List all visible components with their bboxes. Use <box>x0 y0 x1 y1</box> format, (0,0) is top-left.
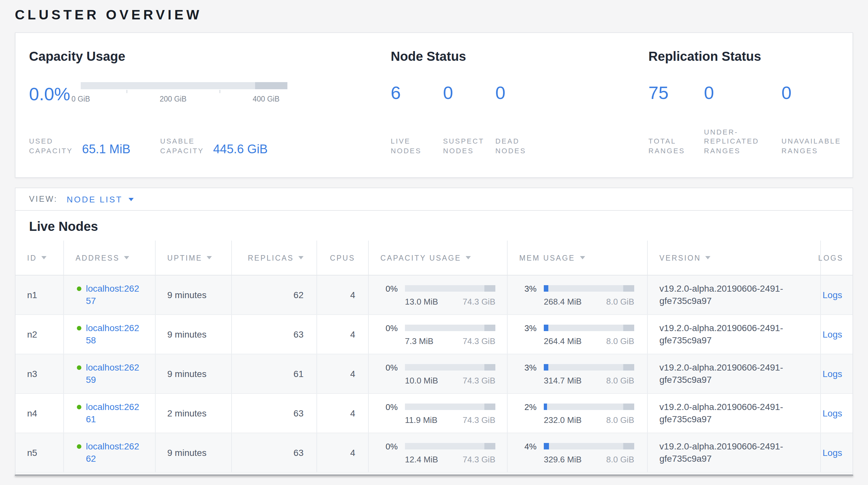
memory-meter-fill <box>544 403 547 410</box>
usable-capacity-value: 445.6 GiB <box>213 143 268 155</box>
sort-caret-icon <box>706 256 711 259</box>
memory-meter-reserved <box>623 285 634 292</box>
capacity-usage-meter: 0% 7.3 MiB 74.3 GiB <box>385 323 495 346</box>
logs-link[interactable]: Logs <box>823 369 842 379</box>
usable-capacity-stat: USABLE CAPACITY 445.6 GiB <box>160 137 268 155</box>
memory-usage-meter: 3% 268.4 MiB 8.0 GiB <box>524 284 634 306</box>
column-header-version[interactable]: VERSION <box>648 240 821 275</box>
table-row: n2 localhost:26258 9 minutes 63 4 0% 7.3 <box>16 315 852 354</box>
node-id-cell: n4 <box>16 394 64 433</box>
node-cpus-cell: 4 <box>317 433 369 472</box>
node-address-link[interactable]: localhost:26258 <box>86 322 144 347</box>
node-id-cell: n2 <box>16 315 64 354</box>
logs-link[interactable]: Logs <box>823 408 842 419</box>
node-address-cell: localhost:26262 <box>64 433 156 472</box>
page-title: CLUSTER OVERVIEW <box>15 7 202 23</box>
node-status-section: Node Status 6 LIVE NODES 0 SUSPECT NODES… <box>391 49 617 155</box>
node-address-cell: localhost:26257 <box>64 276 156 314</box>
node-address-link[interactable]: localhost:26261 <box>86 401 144 426</box>
memory-meter-reserved <box>623 403 634 410</box>
under-replicated-ranges-label: UNDER-REPLICATED RANGES <box>704 127 745 155</box>
live-nodes-card: Live Nodes IDADDRESSUPTIMEREPLICASCPUSCA… <box>15 211 853 475</box>
memory-usage-meter: 3% 314.7 MiB 8.0 GiB <box>524 363 634 385</box>
column-header-replicas[interactable]: REPLICAS <box>232 240 317 275</box>
column-header-capacity[interactable]: CAPACITY USAGE <box>369 240 507 275</box>
node-address-cell: localhost:26261 <box>64 394 156 433</box>
sort-caret-icon <box>580 256 585 259</box>
used-capacity-stat: USED CAPACITY 65.1 MiB <box>29 137 130 155</box>
capacity-meter-reserved <box>485 403 495 410</box>
used-capacity-value: 65.1 MiB <box>82 143 130 155</box>
capacity-meter-track <box>405 325 495 331</box>
sort-caret-icon <box>41 256 46 259</box>
memory-meter-fill <box>544 325 548 331</box>
node-replicas-cell: 63 <box>232 433 317 472</box>
column-header-id[interactable]: ID <box>16 240 64 275</box>
memory-meter-reserved <box>623 325 634 331</box>
node-address-link[interactable]: localhost:26257 <box>86 282 144 308</box>
node-logs-cell: Logs <box>821 394 852 433</box>
node-address-link[interactable]: localhost:26259 <box>86 361 144 387</box>
dead-nodes-value: 0 <box>495 82 548 104</box>
node-version-cell: v19.2.0-alpha.20190606-2491-gfe735c9a97 <box>648 315 821 354</box>
capacity-bar-chart: 0 GiB 200 GiB 400 GiB <box>81 82 287 106</box>
total-ranges-label: TOTAL RANGES <box>648 137 690 155</box>
capacity-usage-meter: 0% 11.9 MiB 74.3 GiB <box>385 402 495 425</box>
node-capacity-cell: 0% 12.4 MiB 74.3 GiB <box>369 433 507 472</box>
suspect-nodes-stat: 0 SUSPECT NODES <box>443 82 495 155</box>
under-replicated-ranges-stat: 0 UNDER-REPLICATED RANGES <box>704 82 781 155</box>
node-id-cell: n5 <box>16 433 64 472</box>
memory-usage-meter: 4% 329.6 MiB 8.0 GiB <box>524 441 634 464</box>
node-health-icon <box>77 444 82 449</box>
capacity-usage-meter: 0% 12.4 MiB 74.3 GiB <box>385 441 495 464</box>
logs-link[interactable]: Logs <box>823 290 842 300</box>
column-header-cpus: CPUS <box>317 240 369 275</box>
capacity-usage-meter: 0% 13.0 MiB 74.3 GiB <box>385 284 495 306</box>
live-nodes-label: LIVE NODES <box>391 137 432 155</box>
node-address-cell: localhost:26258 <box>64 315 156 354</box>
capacity-bar-reserved-segment <box>255 82 287 89</box>
capacity-meter-track <box>405 285 495 292</box>
logs-link[interactable]: Logs <box>823 448 842 458</box>
column-header-mem[interactable]: MEM USAGE <box>507 240 648 275</box>
cluster-summary-card: Capacity Usage 0.0% 0 GiB 200 GiB 400 Gi… <box>15 32 853 178</box>
sort-caret-icon <box>466 256 471 259</box>
memory-meter-fill <box>544 364 548 371</box>
capacity-meter-reserved <box>485 285 495 292</box>
table-row: n3 localhost:26259 9 minutes 61 4 0% 10. <box>16 354 852 394</box>
logs-link[interactable]: Logs <box>823 329 842 340</box>
axis-label: 400 GiB <box>252 95 279 103</box>
node-health-icon <box>77 404 82 409</box>
node-health-icon <box>77 325 82 330</box>
column-header-uptime[interactable]: UPTIME <box>156 240 232 275</box>
table-header-row: IDADDRESSUPTIMEREPLICASCPUSCAPACITY USAG… <box>16 240 852 276</box>
view-dropdown[interactable]: NODE LIST <box>66 194 133 204</box>
total-ranges-value: 75 <box>648 82 704 104</box>
capacity-meter-reserved <box>485 325 495 331</box>
node-replicas-cell: 63 <box>232 394 317 433</box>
memory-meter-track <box>544 325 634 331</box>
node-health-icon <box>77 286 82 291</box>
memory-usage-meter: 2% 232.0 MiB 8.0 GiB <box>524 402 634 425</box>
usable-capacity-label: USABLE CAPACITY <box>160 137 207 155</box>
sort-caret-icon <box>207 256 212 259</box>
node-logs-cell: Logs <box>821 433 852 472</box>
sort-caret-icon <box>299 256 304 259</box>
memory-meter-reserved <box>623 364 634 371</box>
chevron-down-icon <box>128 198 134 201</box>
node-address-link[interactable]: localhost:26262 <box>86 440 144 465</box>
live-nodes-table: IDADDRESSUPTIMEREPLICASCPUSCAPACITY USAG… <box>16 240 852 475</box>
node-memory-cell: 3% 314.7 MiB 8.0 GiB <box>507 354 648 393</box>
replication-status-heading: Replication Status <box>648 49 854 64</box>
suspect-nodes-label: SUSPECT NODES <box>443 137 485 155</box>
node-memory-cell: 3% 268.4 MiB 8.0 GiB <box>507 276 648 314</box>
under-replicated-ranges-value: 0 <box>704 82 781 104</box>
column-header-address[interactable]: ADDRESS <box>64 240 156 275</box>
node-replicas-cell: 61 <box>232 354 317 393</box>
node-id-cell: n3 <box>16 354 64 393</box>
window-edge-shadow <box>15 475 853 476</box>
node-version-cell: v19.2.0-alpha.20190606-2491-gfe735c9a97 <box>648 433 821 472</box>
unavailable-ranges-value: 0 <box>781 82 854 104</box>
node-memory-cell: 2% 232.0 MiB 8.0 GiB <box>507 394 648 433</box>
node-version-cell: v19.2.0-alpha.20190606-2491-gfe735c9a97 <box>648 354 821 393</box>
